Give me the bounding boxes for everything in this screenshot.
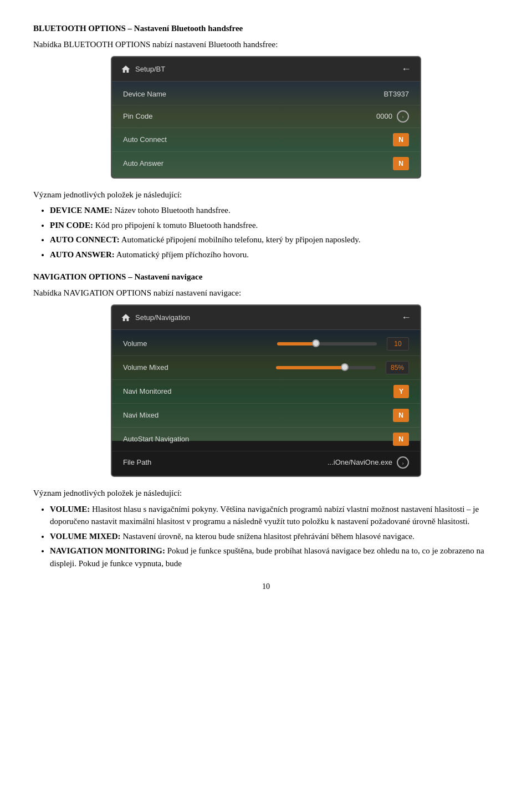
nav-item-volume-text: Hlasitost hlasu s navigačními pokyny. [92, 505, 218, 514]
bt-item-device-name-text: Název tohoto Bluetooth handsfree. [112, 206, 231, 215]
bt-item-device-name: DEVICE NAME: Název tohoto Bluetooth hand… [50, 204, 499, 217]
nav-value-volume-mixed: 85% [386, 361, 409, 374]
nav-back-arrow: ← [401, 310, 411, 325]
bt-value-device-name: BT3937 [383, 89, 409, 100]
nav-screen-body: Volume 10 Volume Mixed [112, 330, 420, 476]
nav-item-volume: VOLUME: Hlasitost hlasu s navigačními po… [50, 503, 499, 528]
nav-row-volume-mixed: Volume Mixed 85% [112, 356, 420, 380]
nav-row-autostart: AutoStart Navigation N [112, 428, 420, 451]
nav-item-nav-monitoring-label: NAVIGATION MONITORING: [50, 546, 165, 555]
nav-item-volume-mixed: VOLUME MIXED: Nastavení úrovně, na ktero… [50, 530, 499, 543]
page-number: 10 [33, 581, 499, 592]
bt-item-auto-connect-label: AUTO CONNECT: [50, 235, 120, 244]
nav-item-volume-label: VOLUME: [50, 505, 90, 514]
nav-label-autostart: AutoStart Navigation [123, 434, 189, 445]
bt-item-pin-code: PIN CODE: Kód pro připojení k tomuto Blu… [50, 219, 499, 232]
nav-value-file-path: ...iOne/NaviOne.exe [328, 457, 392, 468]
bt-label-auto-connect: Auto Connect [123, 134, 167, 145]
nav-value-file-path-group: ...iOne/NaviOne.exe › [328, 456, 409, 469]
bt-screen-title: Setup/BT [135, 64, 165, 75]
nav-screen-header-left: Setup/Navigation [121, 312, 190, 323]
bt-pin-circle-btn: › [397, 110, 409, 123]
nav-row-navi-mixed: Navi Mixed N [112, 404, 420, 428]
nav-item-volume-mixed-label: VOLUME MIXED: [50, 532, 121, 541]
nav-device-screen: Setup/Navigation ← Volume 10 Volu [111, 304, 421, 477]
home-icon [121, 64, 131, 74]
bt-label-auto-answer: Auto Answer [123, 158, 163, 169]
nav-screen-header: Setup/Navigation ← [112, 306, 420, 330]
bt-toggle-auto-answer[interactable]: N [393, 157, 409, 170]
nav-row-volume: Volume 10 [112, 332, 420, 356]
bt-screen-header-left: Setup/BT [121, 64, 165, 75]
bt-value-pin-code-group: 0000 › [376, 110, 409, 123]
nav-label-file-path: File Path [123, 457, 151, 468]
nav-row-file-path: File Path ...iOne/NaviOne.exe › [112, 451, 420, 474]
bt-main-heading: BLUETOOTH OPTIONS – Nastavení Bluetooth … [33, 22, 499, 35]
nav-slider-fill-volume-mixed [276, 366, 346, 369]
nav-item-volume-mixed-text: Nastavení úrovně, na kterou bude snížena… [122, 532, 414, 541]
nav-subheading: Nabídka NAVIGATION OPTIONS nabízí nastav… [33, 287, 499, 299]
nav-label-volume-mixed: Volume Mixed [123, 362, 168, 373]
nav-file-path-circle-btn: › [397, 456, 409, 469]
bt-back-arrow: ← [401, 62, 411, 77]
nav-row-navi-monitored: Navi Monitored Y [112, 380, 420, 404]
bt-label-pin-code: Pin Code [123, 111, 152, 122]
bt-row-auto-connect: Auto Connect N [112, 128, 420, 152]
bt-row-device-name: Device Name BT3937 [112, 84, 420, 105]
nav-value-volume-mixed-group: 85% [276, 361, 409, 374]
bt-value-pin-code: 0000 [376, 111, 392, 122]
nav-slider-volume [277, 342, 377, 345]
nav-items-list: VOLUME: Hlasitost hlasu s navigačními po… [50, 503, 499, 570]
bt-subheading: Nabídka BLUETOOTH OPTIONS nabízí nastave… [33, 38, 499, 51]
nav-label-navi-monitored: Navi Monitored [123, 386, 171, 397]
bt-toggle-auto-connect[interactable]: N [393, 133, 409, 146]
bt-item-auto-answer-text: Automatický příjem příchozího hovoru. [115, 250, 249, 259]
bt-screen-header: Setup/BT ← [112, 57, 420, 82]
bt-items-list: DEVICE NAME: Název tohoto Bluetooth hand… [50, 204, 499, 261]
nav-slider-thumb-volume [312, 339, 320, 347]
bt-device-screen: Setup/BT ← Device Name BT3937 Pin Code 0… [111, 56, 421, 179]
nav-screen-title: Setup/Navigation [135, 312, 190, 323]
bt-item-pin-code-label: PIN CODE: [50, 221, 93, 230]
bt-item-auto-connect: AUTO CONNECT: Automatické připojení mobi… [50, 233, 499, 246]
bt-meaning-intro: Význam jednotlivých položek je následují… [33, 189, 499, 201]
nav-label-volume: Volume [123, 338, 147, 349]
nav-slider-volume-mixed [276, 366, 376, 369]
bt-screen-rows: Device Name BT3937 Pin Code 0000 › Auto … [112, 82, 420, 177]
bt-item-auto-connect-text: Automatické připojení mobilního telefonu… [120, 235, 361, 244]
nav-toggle-navi-mixed[interactable]: N [393, 409, 409, 422]
nav-toggle-autostart[interactable]: N [393, 433, 409, 446]
nav-value-volume: 10 [387, 337, 409, 350]
nav-label-navi-mixed: Navi Mixed [123, 410, 158, 421]
nav-meaning-intro: Význam jednotlivých položek je následují… [33, 487, 499, 500]
nav-screen-rows: Volume 10 Volume Mixed [112, 330, 420, 476]
bt-screen-body: Device Name BT3937 Pin Code 0000 › Auto … [112, 82, 420, 177]
nav-item-nav-monitoring: NAVIGATION MONITORING: Pokud je funkce s… [50, 545, 499, 570]
nav-value-volume-group: 10 [277, 337, 409, 350]
bt-row-pin-code: Pin Code 0000 › [112, 105, 420, 128]
nav-slider-thumb-volume-mixed [341, 363, 349, 371]
nav-home-icon [121, 313, 131, 323]
bt-label-device-name: Device Name [123, 89, 166, 100]
bt-item-auto-answer: AUTO ANSWER: Automatický příjem příchozí… [50, 248, 499, 261]
bt-item-pin-code-text: Kód pro připojení k tomuto Bluetooth han… [93, 221, 258, 230]
bt-item-auto-answer-label: AUTO ANSWER: [50, 250, 115, 259]
bt-row-auto-answer: Auto Answer N [112, 152, 420, 175]
nav-main-heading: NAVIGATION OPTIONS – Nastavení navigace [33, 271, 499, 283]
bt-item-device-name-label: DEVICE NAME: [50, 206, 112, 215]
nav-toggle-navi-monitored[interactable]: Y [393, 385, 409, 398]
nav-slider-fill-volume [277, 342, 317, 345]
